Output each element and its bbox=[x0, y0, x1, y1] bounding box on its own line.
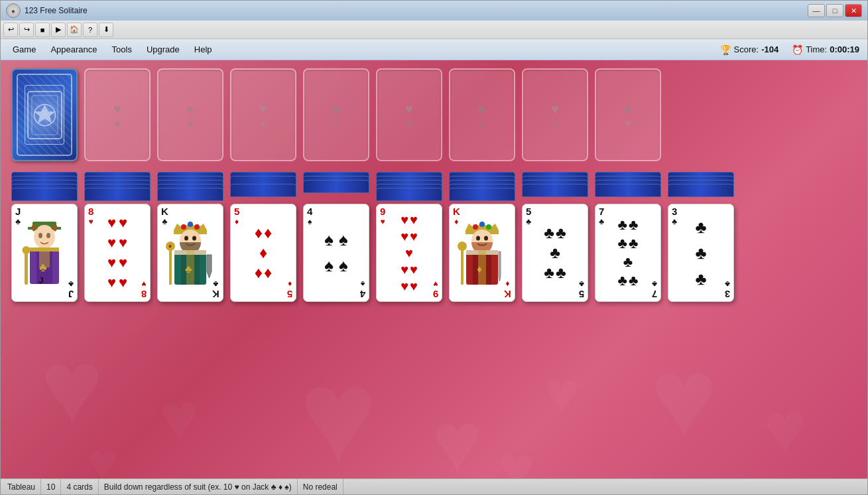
tableau-col-9: 7 ♣ 7 ♣ ♣ ♣ ♣ ♣ bbox=[595, 172, 661, 302]
card-5-clubs[interactable]: 5 ♣ 5 ♣ ♣ ♣ ♣ ♣ bbox=[522, 204, 588, 302]
score-value: -104 bbox=[761, 44, 778, 54]
toolbar-home-btn[interactable]: 🏠 bbox=[67, 23, 82, 37]
tableau-col-4: 5 ♦ 5 ♦ ♦ ♦ ♦ ♦ bbox=[230, 172, 296, 302]
back-4 bbox=[84, 188, 151, 201]
menu-help[interactable]: Help bbox=[188, 42, 219, 57]
card-4-spades[interactable]: 4 ♠ 4 ♠ ♠ ♠ ♠ ♠ bbox=[303, 204, 369, 302]
svg-text:♣: ♣ bbox=[185, 263, 192, 275]
svg-point-32 bbox=[473, 224, 478, 230]
toolbar-stop-btn[interactable]: ■ bbox=[35, 23, 50, 37]
card-stack-3 bbox=[157, 172, 223, 205]
card-stack-6 bbox=[376, 172, 442, 205]
app-icon: ♠ bbox=[6, 3, 21, 18]
score-label: Score: bbox=[734, 44, 759, 54]
status-rule: Build down regardless of suit (ex. 10 ♥ … bbox=[99, 479, 298, 494]
menu-upgrade[interactable]: Upgrade bbox=[140, 42, 186, 57]
card-body: ♥ ♥ ♥ ♥ ♥ ♥ ♥ ♥ bbox=[85, 204, 150, 301]
tableau-col-2: 8 ♥ 8 ♥ ♥ ♥ ♥ ♥ bbox=[84, 172, 151, 302]
toolbar-play-btn[interactable]: ▶ bbox=[51, 23, 66, 37]
svg-point-34 bbox=[486, 224, 491, 230]
toolbar-back-btn[interactable]: ↩ bbox=[3, 23, 18, 37]
minimize-button[interactable]: — bbox=[808, 4, 825, 17]
svg-point-36 bbox=[476, 236, 480, 240]
title-bar: ♠ 123 Free Solitaire — □ ✕ bbox=[1, 1, 867, 21]
foundation-pile-2[interactable]: ♠ ♣ bbox=[157, 68, 223, 161]
svg-rect-12 bbox=[25, 251, 28, 285]
card-5-diamonds[interactable]: 5 ♦ 5 ♦ ♦ ♦ ♦ ♦ bbox=[230, 204, 296, 302]
menu-game[interactable]: Game bbox=[6, 42, 42, 57]
svg-point-19 bbox=[194, 224, 200, 230]
back-3 bbox=[595, 184, 661, 197]
game-area: ♥ ♥ ♥ ♥ ♥ ♥ ♥ ♥ ♥ ♥ bbox=[1, 60, 867, 478]
card-body: ♠ ♠ ♠ ♠ bbox=[304, 204, 369, 301]
window-controls: — □ ✕ bbox=[808, 4, 862, 17]
status-columns: 10 bbox=[41, 479, 61, 494]
stock-pile[interactable] bbox=[11, 68, 78, 161]
status-rule-text: Build down regardless of suit (ex. 10 ♥ … bbox=[104, 482, 292, 492]
title-bar-left: ♠ 123 Free Solitaire bbox=[6, 3, 88, 18]
svg-point-7 bbox=[46, 233, 50, 238]
card-king-diamonds[interactable]: K ♦ K ♦ bbox=[449, 204, 515, 302]
back-2 bbox=[303, 180, 369, 193]
toolbar-forward-btn[interactable]: ↪ bbox=[19, 23, 34, 37]
card-stack-4 bbox=[230, 172, 296, 205]
card-stack-7 bbox=[449, 172, 515, 205]
maximize-button[interactable]: □ bbox=[826, 4, 843, 17]
foundation-pile-6[interactable]: ♣ ♠ bbox=[449, 68, 515, 161]
back-3 bbox=[668, 184, 734, 197]
svg-rect-27 bbox=[169, 248, 172, 285]
back-4 bbox=[11, 188, 78, 201]
card-body: ♥ ♥ ♥ ♥ ♥ ♥ ♥ ♥ ♥ bbox=[377, 204, 442, 301]
menu-appearance[interactable]: Appearance bbox=[44, 42, 103, 57]
status-redeal: No redeal bbox=[298, 479, 343, 494]
back-4 bbox=[157, 188, 223, 201]
king-figure: ♦ ♣ bbox=[160, 216, 220, 289]
tableau-row: J ♣ J ♣ bbox=[11, 172, 857, 302]
status-game-type-text: Tableau bbox=[7, 482, 35, 492]
svg-point-17 bbox=[181, 224, 186, 230]
back-4 bbox=[449, 188, 515, 201]
foundation-pile-5[interactable]: ♥ ♣ bbox=[376, 68, 442, 161]
status-bar: Tableau 10 4 cards Build down regardless… bbox=[1, 478, 867, 494]
card-8-hearts[interactable]: 8 ♥ 8 ♥ ♥ ♥ ♥ ♥ bbox=[84, 204, 151, 302]
status-redeal-text: No redeal bbox=[303, 482, 338, 492]
svg-point-21 bbox=[184, 236, 188, 240]
tableau-col-1: J ♣ J ♣ bbox=[11, 172, 78, 302]
card-7-clubs[interactable]: 7 ♣ 7 ♣ ♣ ♣ ♣ ♣ bbox=[595, 204, 661, 302]
svg-text:♦: ♦ bbox=[168, 242, 172, 249]
card-body: ♦ ♦ ♦ ♦ ♦ bbox=[231, 204, 296, 301]
main-window: ♠ 123 Free Solitaire — □ ✕ ↩ ↪ ■ ▶ 🏠 ? ⬇… bbox=[0, 0, 868, 495]
card-king-clubs[interactable]: K ♣ K ♣ bbox=[157, 204, 223, 302]
status-columns-text: 10 bbox=[46, 482, 55, 492]
stock-card-inner bbox=[17, 74, 72, 156]
score-time-display: 🏆 Score: -104 ⏰ Time: 0:00:19 bbox=[720, 44, 859, 55]
card-3-clubs[interactable]: 3 ♣ 3 ♣ ♣ ♣ ♣ bbox=[668, 204, 734, 302]
svg-point-18 bbox=[188, 222, 193, 227]
tableau-col-10: 3 ♣ 3 ♣ ♣ ♣ ♣ bbox=[668, 172, 734, 302]
card-stack-8 bbox=[522, 172, 588, 205]
window-title: 123 Free Solitaire bbox=[25, 6, 88, 15]
back-4 bbox=[376, 188, 442, 201]
toolbar-help-btn[interactable]: ? bbox=[83, 23, 97, 37]
svg-rect-42 bbox=[461, 248, 464, 285]
foundation-pile-1[interactable]: ♥ ♣ bbox=[84, 68, 151, 161]
tableau-col-8: 5 ♣ 5 ♣ ♣ ♣ ♣ ♣ bbox=[522, 172, 588, 302]
card-jack-clubs[interactable]: J ♣ J ♣ bbox=[11, 204, 78, 302]
menu-tools[interactable]: Tools bbox=[105, 42, 139, 57]
card-9-hearts[interactable]: 9 ♥ 9 ♥ ♥ ♥ ♥ ♥ bbox=[376, 204, 442, 302]
time-display: ⏰ Time: 0:00:19 bbox=[792, 44, 859, 55]
score-icon: 🏆 bbox=[720, 44, 731, 55]
svg-point-6 bbox=[38, 233, 42, 238]
svg-text:♣: ♣ bbox=[39, 261, 47, 274]
foundation-pile-8[interactable]: ♣ ♥ bbox=[595, 68, 661, 161]
svg-point-33 bbox=[479, 222, 485, 227]
menu-bar: Game Appearance Tools Upgrade Help 🏆 Sco… bbox=[1, 39, 867, 60]
score-display: 🏆 Score: -104 bbox=[720, 44, 779, 55]
foundation-pile-3[interactable]: ♥ ♠ bbox=[230, 68, 296, 161]
foundation-pile-4[interactable]: ♣ ♠ bbox=[303, 68, 369, 161]
clock-icon: ⏰ bbox=[792, 44, 803, 55]
close-button[interactable]: ✕ bbox=[845, 4, 862, 17]
toolbar-download-btn[interactable]: ⬇ bbox=[99, 23, 113, 37]
card-stack-5 bbox=[303, 172, 369, 205]
foundation-pile-7[interactable]: ♥ ♠ bbox=[522, 68, 588, 161]
